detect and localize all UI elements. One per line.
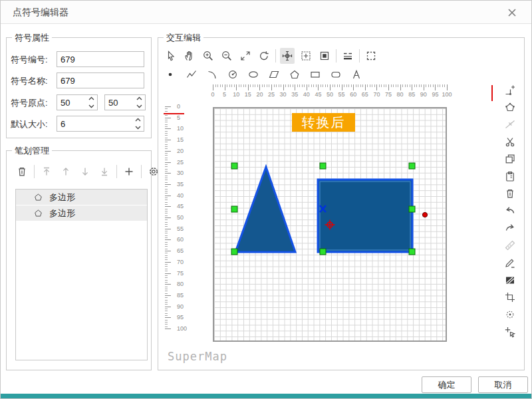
move-up-icon[interactable]	[59, 164, 73, 180]
selection-handle[interactable]	[409, 163, 415, 169]
symbol-origin-field: 符号原点:	[7, 94, 151, 110]
field-label: 符号编号:	[11, 54, 48, 66]
red-point-marker[interactable]	[422, 212, 427, 217]
h-ruler-numbers: 0510152025303540455055606570758085909510…	[213, 91, 448, 99]
horizontal-ruler-ticks	[213, 84, 448, 90]
selection-handle[interactable]	[409, 249, 415, 255]
edit-toolbar-row2	[164, 66, 364, 83]
redo-icon[interactable]	[503, 222, 517, 234]
pan-icon[interactable]	[182, 48, 197, 64]
polyline-icon[interactable]	[184, 66, 199, 82]
group-title: 符号属性	[12, 32, 52, 43]
toolbar-separator	[275, 49, 276, 63]
selection-handle[interactable]	[320, 163, 326, 169]
delete-icon[interactable]	[15, 164, 29, 180]
selection-handle[interactable]	[320, 249, 326, 255]
brand-bottom-strip	[1, 394, 531, 398]
measure-icon[interactable]	[503, 239, 517, 251]
polygon-icon[interactable]	[287, 66, 302, 82]
fill-style-icon[interactable]	[317, 48, 332, 64]
list-item[interactable]: 多边形	[16, 205, 147, 221]
rounded-rect-icon[interactable]	[329, 66, 343, 82]
center-point-icon[interactable]	[503, 309, 517, 321]
trash-icon[interactable]	[503, 188, 517, 200]
symbol-properties-group: 符号属性 符号编号: 符号名称: 符号原点:	[6, 37, 152, 138]
symbol-code-input[interactable]	[57, 51, 144, 67]
pick-point-icon[interactable]	[503, 326, 517, 338]
move-down-icon[interactable]	[78, 164, 92, 180]
v-ruler-numbers: 0510152025303540455055606570758085909510…	[176, 106, 192, 329]
rectangle-shape[interactable]	[318, 180, 412, 252]
arc-icon[interactable]	[205, 66, 219, 82]
stroke-manager-group: 笔划管理	[6, 150, 152, 370]
edit-toolbar-row1	[164, 47, 378, 65]
split-line-icon[interactable]	[503, 118, 517, 130]
close-icon[interactable]	[506, 7, 518, 19]
triangle-shape[interactable]	[235, 167, 295, 252]
fit-view-icon[interactable]	[238, 48, 253, 64]
field-label: 符号名称:	[11, 75, 48, 87]
toolbar-separator	[116, 165, 117, 178]
rectangle-icon[interactable]	[308, 66, 323, 82]
rotate-icon[interactable]	[257, 48, 271, 64]
add-node-icon[interactable]	[503, 84, 517, 96]
zoom-out-icon[interactable]	[219, 48, 234, 64]
selection-handle[interactable]	[231, 249, 237, 255]
polygon-icon	[33, 192, 43, 202]
ruler-origin-marker-vertical	[491, 85, 493, 101]
spinner-buttons[interactable]	[135, 118, 142, 130]
pie-icon[interactable]	[225, 66, 240, 82]
toolbar-separator	[336, 49, 336, 63]
crop-icon[interactable]	[503, 291, 517, 303]
select-icon[interactable]	[164, 48, 178, 64]
hatch-fill-icon[interactable]	[503, 274, 517, 286]
edit-polygon-icon[interactable]	[503, 101, 517, 113]
undo-icon[interactable]	[503, 205, 517, 217]
title-bar: 点符号编辑器	[1, 1, 531, 24]
selection-handle[interactable]	[231, 163, 237, 169]
group-title: 笔划管理	[12, 145, 52, 156]
toolbar-separator	[359, 49, 360, 63]
scissors-icon[interactable]	[503, 136, 517, 148]
ellipse-icon[interactable]	[246, 66, 261, 82]
text-icon[interactable]	[349, 66, 364, 82]
symbol-name-input[interactable]	[57, 72, 144, 88]
marquee-icon[interactable]	[364, 48, 378, 64]
field-label: 默认大小:	[11, 118, 48, 130]
copy-icon[interactable]	[503, 153, 517, 165]
field-label: 符号原点:	[11, 97, 48, 109]
parallelogram-icon[interactable]	[267, 66, 281, 82]
move-top-icon[interactable]	[39, 164, 54, 180]
list-item-label: 多边形	[49, 192, 75, 203]
symbol-name-field: 符号名称:	[7, 72, 151, 88]
group-title: 交互编辑	[164, 32, 203, 43]
list-item[interactable]: 多边形	[16, 190, 147, 205]
point-symbol-editor-dialog: 点符号编辑器 符号属性 符号编号: 符号名称: 符号原点:	[0, 0, 532, 399]
toolbar-separator	[141, 165, 142, 178]
pencil-icon[interactable]	[503, 257, 517, 269]
symbol-code-field: 符号编号:	[7, 51, 151, 67]
move-bottom-icon[interactable]	[97, 164, 112, 180]
vertical-ruler-ticks	[165, 106, 171, 330]
move-origin-icon[interactable]	[280, 48, 295, 64]
toolbar-separator	[34, 165, 35, 178]
supermap-watermark: SuperMap	[168, 350, 227, 363]
ruler-origin-marker-horizontal	[164, 113, 184, 114]
symbol-canvas[interactable]: 转换后	[213, 107, 447, 342]
zoom-in-icon[interactable]	[201, 48, 215, 64]
converted-label: 转换后	[292, 113, 355, 132]
spinner-buttons[interactable]	[88, 96, 95, 108]
list-item-label: 多边形	[49, 207, 75, 219]
stroke-list: 多边形 多边形	[15, 189, 148, 360]
ok-button[interactable]: 确定	[422, 376, 471, 393]
selection-handle[interactable]	[409, 206, 415, 212]
add-icon[interactable]	[122, 164, 136, 180]
cancel-button[interactable]: 取消	[478, 376, 528, 393]
region-select-icon[interactable]	[299, 48, 313, 64]
line-style-icon[interactable]	[340, 48, 355, 64]
default-size-input[interactable]	[57, 116, 144, 132]
point-icon[interactable]	[164, 66, 178, 82]
paste-icon[interactable]	[503, 170, 517, 182]
spinner-buttons[interactable]	[136, 96, 143, 108]
selection-handle[interactable]	[231, 206, 237, 212]
